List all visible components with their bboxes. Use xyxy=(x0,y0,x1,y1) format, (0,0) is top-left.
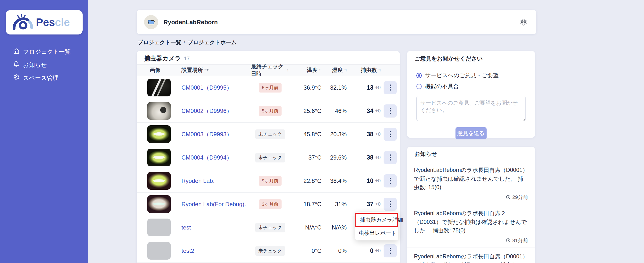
feedback-title: ご意見をお聞かせください xyxy=(407,51,535,66)
column-header-image: 画像 xyxy=(137,66,174,74)
folder-icon xyxy=(147,19,155,26)
camera-count: 17 xyxy=(184,55,190,62)
camera-thumbnail[interactable] xyxy=(147,102,171,120)
table-row: CM0002（D9996） 5ヶ月前 25.6°C 46% 34+0 xyxy=(137,99,400,123)
last-check-badge: 3ヶ月前 xyxy=(259,199,282,209)
row-menu-button[interactable] xyxy=(384,81,397,94)
capture-count: 0 xyxy=(370,247,374,254)
camera-name-link[interactable]: CM0003（D9993） xyxy=(182,130,232,138)
camera-name-link[interactable]: test2 xyxy=(182,248,194,254)
sidebar-item-label: スペース管理 xyxy=(23,74,58,82)
last-check-badge: 未チェック xyxy=(255,246,285,256)
humidity-value: 31% xyxy=(335,201,347,208)
radio-unselected-icon[interactable] xyxy=(416,84,422,89)
temperature-value: N/A°C xyxy=(305,224,322,231)
temperature-value: 22.8°C xyxy=(304,178,322,184)
last-check-badge: 未チェック xyxy=(255,223,285,232)
humidity-value: N/A% xyxy=(332,224,347,231)
menu-item-camera-detail[interactable]: 捕虫器カメラ詳細 xyxy=(356,214,397,226)
clock-icon xyxy=(506,195,511,200)
column-header-temperature[interactable]: 温度↑↓ xyxy=(289,66,322,74)
camera-thumbnail-placeholder[interactable] xyxy=(147,242,171,260)
camera-thumbnail[interactable] xyxy=(147,79,171,96)
capture-delta: +0 xyxy=(375,108,381,114)
send-feedback-button[interactable]: 意見を送る xyxy=(456,127,486,140)
camera-name-link[interactable]: Ryoden Lab(For Debug). xyxy=(182,201,246,208)
capture-count: 13 xyxy=(366,84,374,91)
breadcrumb-separator: / xyxy=(184,39,185,46)
notices-card: お知らせ RyodenLabRebornのラボ長田自席（D0001）で新たな捕虫… xyxy=(407,147,535,263)
temperature-value: 45.8°C xyxy=(304,131,322,138)
sidebar-item-notifications[interactable]: お知らせ xyxy=(0,58,88,72)
menu-item-insect-report[interactable]: 虫検出レポート xyxy=(355,227,398,239)
breadcrumb-current: プロジェクトホーム xyxy=(188,39,236,46)
project-header-card: RyodenLabReborn xyxy=(137,10,536,34)
camera-name-link[interactable]: CM0004（D9994） xyxy=(182,154,232,162)
humidity-value: 32.1% xyxy=(330,84,347,91)
capture-delta: +0 xyxy=(375,248,381,254)
table-row: CM0001（D9995） 5ヶ月前 36.9°C 32.1% 13+0 xyxy=(137,76,400,99)
camera-thumbnail[interactable] xyxy=(147,195,171,213)
annotation-highlight: 捕虫器カメラ詳細 xyxy=(356,213,398,227)
row-menu-button[interactable] xyxy=(384,198,397,211)
last-check-badge: 未チェック xyxy=(255,153,285,162)
capture-count: 38 xyxy=(366,154,374,161)
column-header-last-check[interactable]: 最終チェック日時↑↓ xyxy=(251,63,289,78)
notice-text: RyodenLabRebornのラボ長田自席２（D0031）で新たな捕虫は確認さ… xyxy=(414,209,528,235)
camera-thumbnail[interactable] xyxy=(147,172,171,190)
project-settings-button[interactable] xyxy=(520,18,527,26)
humidity-value: 29.6% xyxy=(330,154,347,161)
feedback-textarea[interactable] xyxy=(416,96,526,121)
camera-thumbnail[interactable] xyxy=(147,125,171,143)
feedback-card: ご意見をお聞かせください サービスへのご意見・ご要望 機能の不具合 意見を送る xyxy=(407,51,535,138)
project-title: RyodenLabReborn xyxy=(164,19,520,26)
pescle-eye-icon xyxy=(13,14,34,30)
row-menu-button[interactable] xyxy=(384,151,397,164)
capture-count: 38 xyxy=(366,131,374,138)
camera-name-link[interactable]: CM0001（D9995） xyxy=(182,84,232,92)
temperature-value: 36.9°C xyxy=(304,84,322,91)
bell-icon xyxy=(13,61,20,69)
row-menu-button[interactable] xyxy=(384,174,397,188)
radio-selected-icon[interactable] xyxy=(416,73,422,78)
camera-name-link[interactable]: test xyxy=(182,224,191,231)
camera-name-link[interactable]: CM0002（D9996） xyxy=(182,107,232,115)
sidebar-item-label: お知らせ xyxy=(23,61,47,69)
table-row: CM0003（D9993） 未チェック 45.8°C 20.3% 38+0 xyxy=(137,123,400,146)
table-row: CM0004（D9994） 未チェック 37°C 29.6% 38+0 xyxy=(137,146,400,169)
capture-delta: +0 xyxy=(375,155,381,160)
capture-delta: +0 xyxy=(375,178,381,184)
row-menu-button[interactable] xyxy=(384,128,397,141)
humidity-value: 0% xyxy=(338,248,347,254)
temperature-value: 18.7°C xyxy=(304,201,322,208)
gear-icon xyxy=(13,74,20,82)
camera-table-title: 捕虫器カメラ xyxy=(144,54,181,62)
row-menu-button[interactable] xyxy=(384,104,397,118)
notice-time-row: 31分前 xyxy=(414,237,528,244)
last-check-badge: 5ヶ月前 xyxy=(259,83,282,92)
notice-item: RyodenLabRebornのラボ長田自席（D0001）で捕虫数の増加を確認し… xyxy=(407,248,535,263)
last-check-badge: 未チェック xyxy=(255,130,285,139)
clock-icon xyxy=(506,238,511,243)
humidity-value: 38.4% xyxy=(330,178,347,184)
column-header-location[interactable]: 設置場所 xyxy=(174,66,251,74)
sidebar-item-projects[interactable]: プロジェクト一覧 xyxy=(0,45,88,58)
table-row: Ryoden Lab. 9ヶ月前 22.8°C 38.4% 10+0 xyxy=(137,169,400,192)
temperature-value: 37°C xyxy=(308,154,322,161)
column-header-captures[interactable]: 捕虫数↑↓ xyxy=(347,66,381,74)
sidebar-item-space-management[interactable]: スペース管理 xyxy=(0,72,88,84)
capture-count: 10 xyxy=(366,177,374,184)
camera-thumbnail[interactable] xyxy=(147,148,171,166)
row-menu-button[interactable] xyxy=(384,244,397,258)
feedback-option-service[interactable]: サービスへのご意見・ご要望 xyxy=(416,72,526,79)
humidity-value: 20.3% xyxy=(330,131,347,138)
notice-time: 31分前 xyxy=(512,237,528,244)
capture-count: 37 xyxy=(366,200,374,208)
camera-name-link[interactable]: Ryoden Lab. xyxy=(182,178,214,184)
feedback-option-bug[interactable]: 機能の不具合 xyxy=(416,82,526,90)
camera-thumbnail-placeholder[interactable] xyxy=(147,218,171,236)
breadcrumb-projects-link[interactable]: プロジェクト一覧 xyxy=(138,39,181,46)
column-header-humidity[interactable]: 湿度↑↓ xyxy=(322,66,347,74)
sort-arrows-icon: ↑↓ xyxy=(287,68,289,72)
last-check-badge: 9ヶ月前 xyxy=(259,176,282,186)
